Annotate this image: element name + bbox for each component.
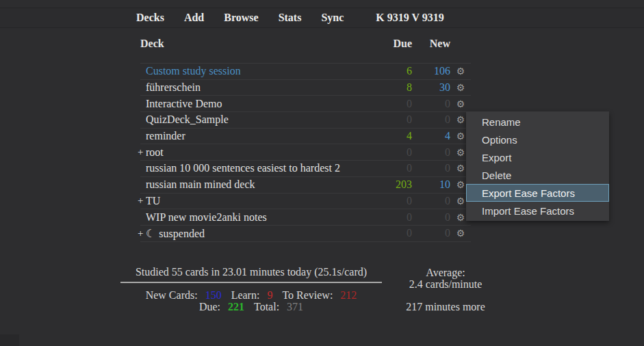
- due-total-line: Due: 221 Total: 371: [100, 301, 402, 313]
- due-count: 0: [371, 146, 412, 159]
- deck-label: suspended: [159, 228, 205, 239]
- due-label: Due:: [199, 301, 220, 312]
- corner-artifact: [0, 334, 19, 346]
- deck-label: root: [146, 146, 164, 158]
- footer-divider: [120, 282, 382, 283]
- deck-collapse-toggle[interactable]: +: [138, 228, 146, 239]
- deck-name-link[interactable]: root: [146, 146, 371, 159]
- due-count: 0: [371, 114, 412, 126]
- deck-row: Custom study session 6 106 ⚙: [140, 64, 471, 80]
- due-count: 6: [371, 65, 412, 77]
- new-count: 4: [412, 130, 450, 142]
- deck-label: TU: [146, 195, 160, 207]
- deck-collapse-toggle[interactable]: +: [138, 195, 146, 207]
- deck-gear-icon[interactable]: ⚙: [450, 66, 471, 77]
- new-count: 106: [412, 65, 450, 77]
- column-header-gear-spacer: [450, 38, 471, 51]
- nav-item-browse[interactable]: Browse: [224, 12, 258, 24]
- nav-item-decks[interactable]: Decks: [136, 12, 164, 24]
- due-count: 0: [371, 162, 412, 174]
- column-header-deck: Deck: [140, 38, 371, 51]
- average-block: Average: 2.4 cards/minute: [390, 267, 501, 290]
- deck-name-link[interactable]: reminder: [146, 130, 371, 142]
- deck-label: Custom study session: [146, 65, 241, 77]
- card-counts-line: New Cards: 150 Learn: 9 To Review: 212: [100, 289, 402, 302]
- deck-label: Interactive Demo: [146, 98, 222, 109]
- deck-row: russian main mined deck 203 10 ⚙: [140, 177, 471, 194]
- topbar-bottom-divider: [0, 27, 644, 28]
- context-menu-item-options[interactable]: Options: [466, 131, 609, 148]
- deck-gear-icon[interactable]: ⚙: [450, 228, 471, 239]
- due-count: 4: [371, 130, 412, 142]
- context-menu-item-export[interactable]: Export: [466, 148, 609, 166]
- context-menu-item-export-ease-factors[interactable]: Export Ease Factors: [466, 184, 609, 202]
- deck-row: Interactive Demo 0 0 ⚙: [140, 96, 471, 112]
- deck-context-menu: Rename Options Export Delete Export Ease…: [466, 111, 609, 221]
- deck-row: reminder 4 4 ⚙: [140, 129, 471, 145]
- new-cards-label: New Cards:: [146, 289, 198, 301]
- nav-item-sync[interactable]: Sync: [321, 12, 344, 24]
- new-count: 30: [412, 81, 450, 94]
- column-header-new: New: [412, 38, 450, 51]
- column-header-due: Due: [371, 38, 412, 51]
- context-menu-item-import-ease-factors[interactable]: Import Ease Factors: [466, 202, 609, 219]
- deck-name-link[interactable]: WIP new movie2anki notes: [146, 211, 371, 224]
- deck-row: + TU 0 0 ⚙: [140, 194, 471, 210]
- new-cards-value: 150: [205, 289, 222, 301]
- deck-collapse-toggle[interactable]: +: [138, 146, 146, 158]
- learn-label: Learn:: [231, 289, 260, 301]
- deck-table-header: Deck Due New: [140, 38, 471, 51]
- new-count: 0: [412, 211, 450, 224]
- sync-status-counts: K 9319 V 9319: [376, 12, 443, 24]
- time-remaining-text: 217 minutes more: [390, 301, 501, 313]
- due-value: 221: [228, 301, 244, 312]
- deck-name-link[interactable]: russian main mined deck: [146, 178, 371, 191]
- due-count: 0: [371, 211, 412, 224]
- new-count: 10: [412, 178, 450, 191]
- deck-gear-icon[interactable]: ⚙: [450, 82, 471, 93]
- average-value: 2.4 cards/minute: [390, 278, 501, 290]
- deck-gear-icon[interactable]: ⚙: [450, 98, 471, 109]
- deck-name-link[interactable]: ☾suspended: [146, 227, 371, 240]
- new-count: 0: [412, 195, 450, 207]
- deck-label: führerschein: [146, 81, 201, 93]
- deck-name-link[interactable]: Interactive Demo: [146, 98, 371, 110]
- due-count: 0: [371, 227, 412, 239]
- deck-name-link[interactable]: TU: [146, 195, 371, 207]
- main-toolbar: DecksAddBrowseStatsSync K 9319 V 9319: [0, 8, 644, 27]
- new-count: 0: [412, 98, 450, 110]
- deck-name-link[interactable]: führerschein: [146, 81, 371, 94]
- studied-summary-text: Studied 55 cards in 23.01 minutes today …: [120, 266, 382, 278]
- deck-row: führerschein 8 30 ⚙: [140, 80, 471, 96]
- context-menu-item-delete[interactable]: Delete: [466, 166, 609, 184]
- deck-name-link[interactable]: QuizDeck_Sample: [146, 114, 371, 126]
- deck-row: WIP new movie2anki notes 0 0 ⚙: [140, 209, 471, 226]
- deck-list: Custom study session 6 106 ⚙ führerschei…: [140, 63, 471, 242]
- nav-item-add[interactable]: Add: [184, 12, 204, 24]
- deck-label: WIP new movie2anki notes: [146, 211, 267, 223]
- deck-name-link[interactable]: Custom study session: [146, 65, 371, 77]
- deck-name-link[interactable]: russian 10 000 sentences easiest to hard…: [146, 162, 371, 174]
- learn-value: 9: [267, 289, 272, 301]
- due-count: 8: [371, 81, 412, 94]
- deck-label: reminder: [146, 130, 185, 142]
- new-count: 0: [412, 114, 450, 126]
- deck-row: + root 0 0 ⚙: [140, 144, 471, 161]
- new-count: 0: [412, 162, 450, 174]
- nav-item-stats[interactable]: Stats: [279, 12, 302, 24]
- to-review-value: 212: [340, 289, 357, 301]
- deck-row: + ☾suspended 0 0 ⚙: [140, 226, 471, 242]
- average-label: Average:: [390, 267, 501, 278]
- due-count: 0: [371, 195, 412, 207]
- deck-label: QuizDeck_Sample: [146, 114, 229, 125]
- deck-row: QuizDeck_Sample 0 0 ⚙: [140, 112, 471, 129]
- deck-row: russian 10 000 sentences easiest to hard…: [140, 161, 471, 177]
- to-review-label: To Review:: [282, 289, 333, 301]
- due-count: 203: [371, 178, 412, 191]
- crescent-moon-icon: ☾: [146, 228, 155, 239]
- due-count: 0: [371, 98, 412, 110]
- deck-label: russian 10 000 sentences easiest to hard…: [146, 162, 340, 174]
- total-value: 371: [287, 301, 303, 312]
- context-menu-item-rename[interactable]: Rename: [466, 113, 609, 131]
- total-label: Total:: [254, 301, 279, 312]
